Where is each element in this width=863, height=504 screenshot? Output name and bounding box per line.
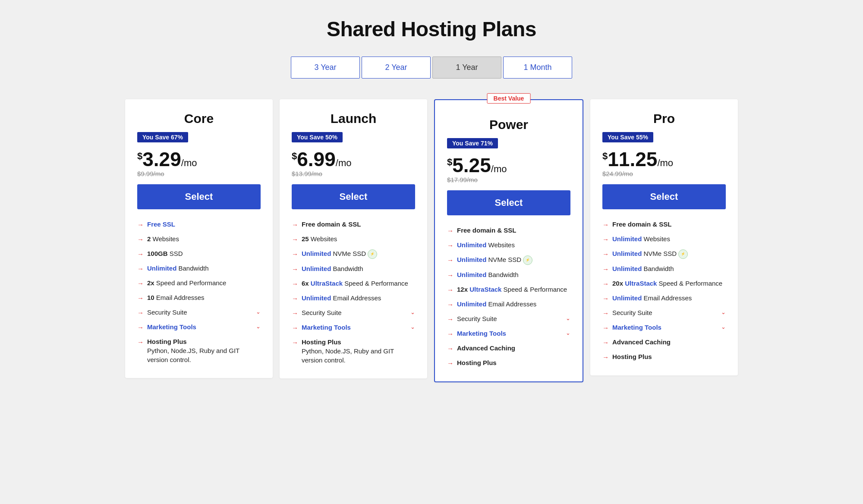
- feature-row: Unlimited Bandwidth: [612, 264, 726, 273]
- billing-tab-1month[interactable]: 1 Month: [503, 57, 572, 79]
- plan-card-pro: ProYou Save 55%$11.25/mo$24.99/moSelect→…: [590, 99, 738, 375]
- feature-row: Security Suite⌄: [147, 308, 261, 317]
- plan-name-pro: Pro: [602, 111, 726, 126]
- feature-row: Unlimited Email Addresses: [612, 293, 726, 302]
- speed-badge: ⚡: [678, 249, 688, 259]
- feature-item: →Unlimited NVMe SSD⚡: [447, 255, 570, 265]
- arrow-icon: →: [447, 315, 454, 324]
- feature-text: 100GB SSD: [147, 249, 183, 258]
- feature-text: Unlimited Bandwidth: [302, 264, 363, 273]
- feature-row: Advanced Caching: [612, 337, 726, 346]
- feature-text: 20x UltraStack Speed & Performance: [612, 279, 722, 288]
- feature-item[interactable]: →Marketing Tools⌄: [292, 323, 415, 332]
- arrow-icon: →: [137, 220, 144, 229]
- chevron-down-icon[interactable]: ⌄: [410, 323, 415, 331]
- feature-text: Advanced Caching: [612, 337, 671, 346]
- select-button-pro[interactable]: Select: [602, 184, 726, 209]
- arrow-icon: →: [292, 338, 298, 347]
- feature-row: Marketing Tools⌄: [612, 323, 726, 332]
- price-main-core: $3.29/mo: [137, 149, 261, 169]
- page-title: Shared Hosting Plans: [9, 17, 854, 41]
- arrow-icon: →: [137, 279, 144, 288]
- feature-item[interactable]: →Security Suite⌄: [292, 308, 415, 318]
- select-button-launch[interactable]: Select: [292, 184, 415, 209]
- feature-item: →Free domain & SSL: [447, 226, 570, 235]
- billing-tab-3year[interactable]: 3 Year: [291, 57, 360, 79]
- feature-text: Free domain & SSL: [612, 220, 672, 229]
- arrow-icon: →: [602, 265, 609, 274]
- feature-item[interactable]: →Security Suite⌄: [447, 314, 570, 324]
- feature-text: Marketing Tools: [612, 323, 661, 332]
- feature-item: →2 Websites: [137, 234, 261, 244]
- price-section-core: $3.29/mo$9.99/mo: [137, 149, 261, 177]
- feature-row: 2 Websites: [147, 234, 261, 243]
- feature-text: Security Suite: [457, 314, 497, 323]
- select-button-power[interactable]: Select: [447, 190, 570, 215]
- price-section-power: $5.25/mo$17.99/mo: [447, 155, 570, 183]
- arrow-icon: →: [447, 226, 454, 235]
- feature-item: →Unlimited Email Addresses: [292, 293, 415, 303]
- select-button-core[interactable]: Select: [137, 184, 261, 209]
- arrow-icon: →: [137, 308, 144, 317]
- chevron-down-icon[interactable]: ⌄: [566, 315, 570, 322]
- billing-tabs: 3 Year2 Year1 Year1 Month: [9, 57, 854, 79]
- feature-row: 100GB SSD: [147, 249, 261, 258]
- chevron-down-icon[interactable]: ⌄: [566, 329, 570, 337]
- arrow-icon: →: [292, 220, 298, 229]
- billing-tab-1year[interactable]: 1 Year: [432, 57, 501, 79]
- feature-item: →Unlimited Email Addresses: [602, 293, 726, 303]
- feature-text: Unlimited Email Addresses: [457, 299, 536, 309]
- feature-item[interactable]: →Marketing Tools⌄: [447, 329, 570, 338]
- savings-badge-power: You Save 71%: [447, 138, 498, 148]
- arrow-icon: →: [137, 293, 144, 302]
- arrow-icon: →: [137, 323, 144, 332]
- feature-item: →Unlimited Email Addresses: [447, 299, 570, 309]
- feature-row: Security Suite⌄: [302, 308, 415, 317]
- feature-item: →6x UltraStack Speed & Performance: [292, 279, 415, 288]
- feature-text: Unlimited NVMe SSD⚡: [302, 249, 377, 259]
- arrow-icon: →: [292, 323, 298, 332]
- feature-item: →12x UltraStack Speed & Performance: [447, 285, 570, 294]
- feature-text: Unlimited Websites: [612, 234, 670, 243]
- feature-item: →Unlimited Bandwidth: [602, 264, 726, 274]
- chevron-down-icon[interactable]: ⌄: [256, 323, 261, 331]
- speed-badge: ⚡: [523, 255, 532, 265]
- feature-text: Marketing Tools: [147, 322, 196, 331]
- feature-item: →20x UltraStack Speed & Performance: [602, 279, 726, 288]
- feature-item: →Free domain & SSL: [292, 220, 415, 229]
- chevron-down-icon[interactable]: ⌄: [721, 309, 726, 316]
- feature-row: Security Suite⌄: [457, 314, 570, 323]
- price-original-power: $17.99/mo: [447, 176, 570, 183]
- price-original-core: $9.99/mo: [137, 170, 261, 177]
- plan-card-power: Best ValuePowerYou Save 71%$5.25/mo$17.9…: [434, 99, 583, 382]
- chevron-down-icon[interactable]: ⌄: [256, 308, 261, 316]
- feature-item: →Free SSL: [137, 220, 261, 229]
- arrow-icon: →: [602, 235, 609, 244]
- feature-row: 12x UltraStack Speed & Performance: [457, 285, 570, 294]
- feature-text: Marketing Tools: [302, 323, 351, 332]
- chevron-down-icon[interactable]: ⌄: [721, 323, 726, 331]
- billing-tab-2year[interactable]: 2 Year: [362, 57, 431, 79]
- arrow-icon: →: [602, 309, 609, 318]
- arrow-icon: →: [447, 255, 454, 265]
- arrow-icon: →: [447, 329, 454, 338]
- arrow-icon: →: [602, 338, 609, 347]
- features-list-launch: →Free domain & SSL→25 Websites→Unlimited…: [292, 220, 415, 365]
- arrow-icon: →: [602, 353, 609, 362]
- feature-item[interactable]: →Security Suite⌄: [602, 308, 726, 318]
- speed-badge: ⚡: [368, 249, 377, 259]
- chevron-down-icon[interactable]: ⌄: [410, 309, 415, 316]
- feature-item[interactable]: →Marketing Tools⌄: [602, 323, 726, 332]
- price-section-pro: $11.25/mo$24.99/mo: [602, 149, 726, 177]
- feature-text: Security Suite: [302, 308, 342, 317]
- feature-text: 2x Speed and Performance: [147, 278, 226, 287]
- feature-item[interactable]: →Marketing Tools⌄: [137, 322, 261, 332]
- feature-item[interactable]: →Security Suite⌄: [137, 308, 261, 317]
- plan-card-launch: LaunchYou Save 50%$6.99/mo$13.99/moSelec…: [280, 99, 427, 378]
- price-main-launch: $6.99/mo: [292, 149, 415, 169]
- feature-row: Unlimited Email Addresses: [457, 299, 570, 309]
- feature-text: Advanced Caching: [457, 343, 515, 353]
- feature-row: 25 Websites: [302, 234, 415, 243]
- feature-row: Hosting PlusPython, Node.JS, Ruby and GI…: [147, 337, 261, 364]
- feature-item: →Unlimited NVMe SSD⚡: [292, 249, 415, 259]
